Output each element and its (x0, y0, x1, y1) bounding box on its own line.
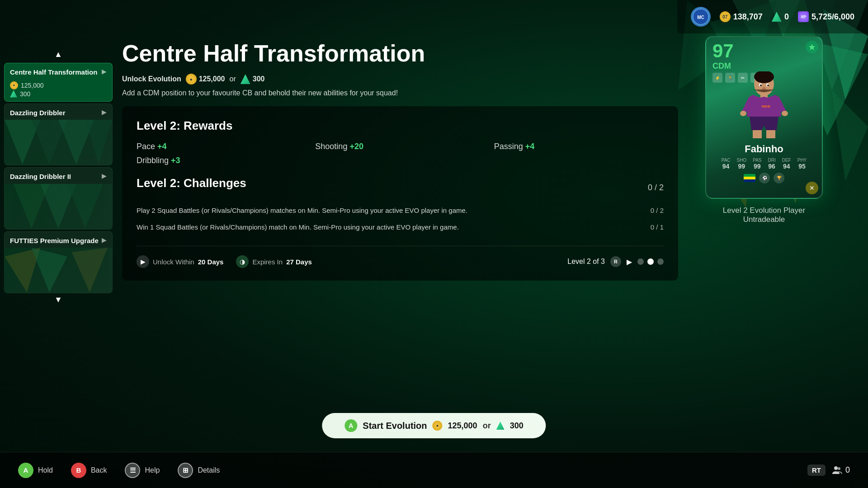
card-stat-dri: DRI 96 (768, 158, 775, 170)
unlock-within-value: 20 Days (198, 258, 224, 266)
coins-value: 138,707 (733, 12, 763, 22)
main-content: Centre Half Transformation Unlock Evolut… (122, 41, 678, 452)
sidebar: ▲ Centre Half Transformation ▶ ● 125,000… (0, 45, 117, 452)
svg-marker-21 (67, 184, 103, 229)
bottom-bar: A Hold B Back ☰ Help ⊞ Details RT 0 (0, 452, 868, 488)
sidebar-item-0-title: Centre Half Transformation (10, 68, 97, 77)
svg-point-31 (782, 111, 788, 116)
card-stat-sho: SHO 99 (737, 158, 747, 170)
svg-point-30 (740, 111, 746, 116)
hold-label: Hold (38, 466, 53, 474)
sidebar-item-1[interactable]: Dazzling Dribbler ▶ (4, 103, 113, 166)
hint-details: ⊞ Details (178, 463, 220, 478)
dot-1 (637, 258, 644, 265)
card-stat-def: DEF 94 (782, 158, 791, 170)
unlock-coins-value: 125,000 (199, 75, 225, 83)
details-label: Details (198, 466, 220, 474)
card-rating: 97 (712, 42, 734, 61)
unlock-within-label: Unlock Within (153, 258, 194, 266)
unlock-or: or (230, 75, 236, 83)
brazil-flag (744, 174, 755, 182)
coin-icon-sm: ● (10, 81, 18, 89)
coin-icon: 07 (720, 11, 731, 22)
card-stats: PAC 94 SHO 99 PAS 99 DRI 96 DEF 94 PHY 9… (722, 158, 807, 170)
sidebar-item-3[interactable]: FUTTIES Premium Upgrade ▶ (4, 231, 113, 294)
challenge-1-text: Win 1 Squad Battles (or Rivals/Champions… (137, 222, 521, 233)
card-star-badge: ✕ (806, 182, 818, 194)
card-badge-2: 🏆 (774, 173, 784, 183)
svg-point-38 (834, 466, 838, 470)
player-status: Level 2 Evolution Player Untradeable (723, 206, 805, 224)
dot-2 (647, 258, 654, 265)
player-card: 97 CDM ⚡ 🏃 ✏ ▲ NIKE (705, 36, 823, 199)
user-badge: 0 (832, 465, 850, 476)
unlock-pts-cost: 300 (241, 74, 265, 84)
coin-icon-main: ● (186, 74, 197, 84)
challenge-row-0: Play 2 Squad Battles (or Rivals/Champion… (137, 206, 664, 216)
sidebar-item-1-title: Dazzling Dribbler (10, 108, 66, 117)
svg-point-35 (760, 84, 762, 86)
level-dots (637, 258, 664, 265)
player-name: Fabinho (745, 143, 783, 155)
stat-shooting: Shooting +20 (315, 142, 485, 151)
stat-dribbling-value: +3 (171, 156, 180, 165)
level-indicator: Level 2 of 3 R ▶ (567, 256, 664, 267)
card-flags: ⚽ 🏆 (744, 173, 784, 183)
level-label: Level 2 of 3 (567, 258, 605, 266)
help-label: Help (145, 466, 160, 474)
back-label: Back (91, 466, 107, 474)
sidebar-item-2-arrow: ▶ (102, 172, 107, 179)
xp-value: 5,725/6,000 (811, 12, 854, 22)
unlock-pts-value: 300 (253, 75, 265, 83)
unlock-label: Unlock Evolution (122, 75, 181, 83)
start-evolution-button[interactable]: A Start Evolution ● 125,000 or 300 (322, 413, 546, 438)
challenge-1-progress: 0 / 1 (637, 222, 664, 233)
sidebar-item-0[interactable]: Centre Half Transformation ▶ ● 125,000 3… (4, 63, 113, 102)
challenges-section: Level 2: Challenges 0 / 2 Play 2 Squad B… (137, 176, 664, 232)
sidebar-item-2[interactable]: Dazzling Dribbler II ▶ (4, 167, 113, 230)
stat-pace: Pace +4 (137, 142, 306, 151)
start-btn-label: Start Evolution (363, 421, 427, 431)
svg-marker-24 (72, 248, 108, 292)
challenge-0-text: Play 2 Squad Battles (or Rivals/Champion… (137, 206, 521, 216)
details-button: ⊞ (178, 463, 193, 478)
player-status-line1: Level 2 Evolution Player (723, 206, 805, 215)
bottom-right: RT 0 (807, 465, 850, 476)
hint-help: ☰ Help (125, 463, 160, 478)
xp-icon: XP (798, 11, 809, 22)
unlock-within-icon: ▶ (137, 255, 149, 268)
sidebar-item-3-title: FUTTIES Premium Upgrade (10, 236, 99, 245)
challenges-progress: 0 / 2 (648, 183, 664, 192)
unlock-within: ▶ Unlock Within 20 Days (137, 255, 223, 268)
sidebar-item-1-thumbnail (5, 120, 112, 165)
stat-passing: Passing +4 (494, 142, 664, 151)
card-stat-phy: PHY 95 (797, 158, 807, 170)
player-area: 97 CDM ⚡ 🏃 ✏ ▲ NIKE (678, 36, 850, 224)
expires-icon: ◑ (236, 255, 249, 268)
svg-point-39 (838, 467, 840, 470)
expires-in: ◑ Expires In 27 Days (236, 255, 311, 268)
sidebar-item-0-pts-cost: 300 (10, 90, 107, 98)
pts-icon-main (241, 74, 250, 84)
sidebar-item-0-arrow: ▶ (102, 68, 107, 75)
sidebar-scroll-down[interactable]: ▼ (54, 295, 62, 305)
sidebar-item-2-thumbnail (5, 184, 112, 229)
points-display: 0 (772, 12, 789, 22)
hint-hold: A Hold (18, 463, 53, 478)
sidebar-scroll-up[interactable]: ▲ (54, 50, 62, 59)
svg-point-36 (767, 84, 769, 86)
a-button: A (18, 463, 33, 478)
svg-rect-29 (766, 130, 775, 138)
pts-icon-sm (10, 90, 17, 98)
player-status-line2: Untradeable (723, 215, 805, 224)
rt-badge: RT (807, 465, 826, 476)
rewards-title: Level 2: Rewards (137, 119, 664, 133)
svg-marker-23 (32, 248, 67, 292)
start-btn-or: or (483, 421, 491, 431)
rewards-box: Level 2: Rewards Pace +4 Shooting +20 Pa… (122, 106, 678, 281)
stat-passing-value: +4 (525, 142, 535, 151)
unlock-coin-cost: ● 125,000 (186, 74, 225, 84)
svg-text:NIKE: NIKE (762, 104, 771, 108)
stats-grid: Pace +4 Shooting +20 Passing +4 Dribblin… (137, 142, 664, 165)
rewards-footer: ▶ Unlock Within 20 Days ◑ Expires In 27 … (137, 246, 664, 268)
